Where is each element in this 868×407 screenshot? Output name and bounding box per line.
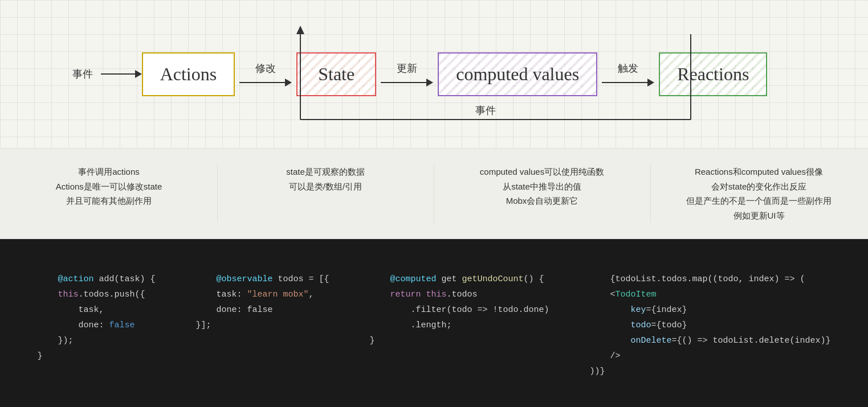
code-decorator-3: @computed	[390, 274, 436, 284]
desc-actions-line2: Actions是唯一可以修改state	[18, 179, 200, 194]
desc-state: state是可观察的数据 可以是类/数组/引用	[218, 165, 434, 223]
code-false-1: false	[109, 320, 135, 330]
desc-computed-line1: computed values可以使用纯函数	[451, 165, 633, 179]
code-return-3: return	[390, 290, 421, 299]
desc-reactions-line1: Reactions和computed values很像	[668, 165, 850, 179]
flow-container: 事件 Actions 修改 State 更新	[34, 11, 834, 137]
code-text-3a: get	[436, 274, 462, 284]
code-block-computed: @computed get getUndoCount() { return th…	[369, 256, 549, 364]
desc-actions: 事件调用actions Actions是唯一可以修改state 并且可能有其他副…	[1, 165, 218, 223]
code-this-3: this	[426, 290, 446, 299]
code-string-2: "learn mobx"	[247, 290, 308, 299]
desc-computed: computed values可以使用纯函数 从state中推导出的值 Mobx…	[434, 165, 651, 223]
desc-reactions-line2: 会对state的变化作出反应	[668, 179, 850, 194]
desc-computed-line3: Mobx会自动更新它	[451, 194, 633, 208]
code-section: @action add(task) { this.todos.push({ ta…	[0, 239, 868, 407]
desc-state-line2: 可以是类/数组/引用	[235, 179, 417, 194]
code-block-action: @action add(task) { this.todos.push({ ta…	[37, 256, 155, 379]
code-this-1: this	[58, 290, 78, 299]
desc-actions-line1: 事件调用actions	[18, 165, 200, 179]
code-prop-key: key	[630, 305, 646, 315]
code-prop-todo: todo	[630, 320, 651, 330]
desc-actions-line3: 并且可能有其他副作用	[18, 194, 200, 208]
code-jsx-todoitem: TodoItem	[615, 290, 656, 299]
code-decorator-1: @action	[58, 274, 93, 284]
desc-state-line1: state是可观察的数据	[235, 165, 417, 179]
arrow-event-in: 事件	[101, 70, 142, 78]
arrow-line-1	[101, 70, 142, 78]
code-prop-ondelete: onDelete	[630, 336, 671, 346]
code-method-3: getUndoCount	[462, 274, 523, 284]
desc-reactions-line3: 但是产生的不是一个值而是一些副作用	[668, 194, 850, 208]
code-decorator-2: @observable	[216, 274, 272, 284]
code-text-4b	[589, 305, 630, 315]
code-block-observable: @observable todos = [{ task: "learn mobx…	[195, 256, 329, 348]
description-section: 事件调用actions Actions是唯一可以修改state 并且可能有其他副…	[0, 148, 868, 239]
label-event-in: 事件	[72, 67, 93, 81]
diagram-section: 事件 Actions 修改 State 更新	[0, 0, 868, 148]
desc-reactions: Reactions和computed values很像 会对state的变化作出…	[651, 165, 867, 223]
svg-text:事件: 事件	[475, 105, 496, 116]
desc-computed-line2: 从state中推导出的值	[451, 179, 633, 194]
svg-marker-3	[296, 26, 304, 34]
desc-reactions-line4: 例如更新UI等	[668, 208, 850, 223]
feedback-svg: 事件	[149, 68, 719, 137]
code-block-jsx: {todoList.todos.map((todo, index) => ( <…	[589, 256, 830, 394]
arrowhead-1	[135, 70, 142, 78]
code-text-1c: }); }	[37, 336, 73, 361]
line-body-1	[101, 73, 135, 75]
